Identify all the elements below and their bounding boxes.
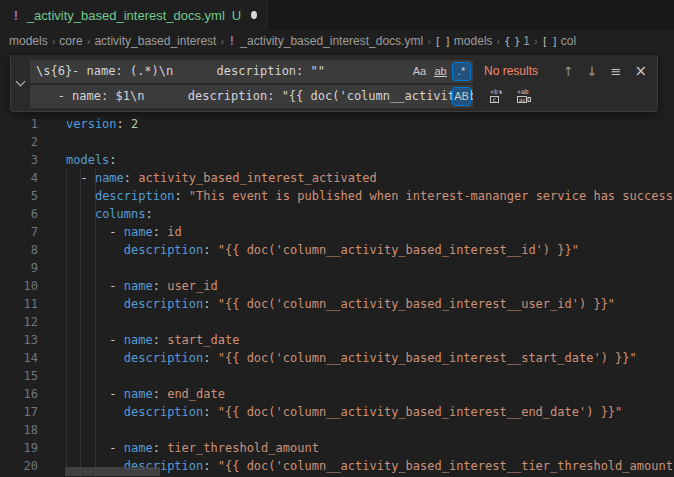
code-line[interactable]: 3models: bbox=[0, 151, 674, 169]
code-line[interactable]: 14 description: "{{ doc('column__activit… bbox=[0, 349, 674, 367]
code-token: - bbox=[66, 279, 124, 293]
code-token: : bbox=[203, 459, 217, 473]
breadcrumb-item[interactable]: core bbox=[59, 34, 82, 48]
replace-all-icon: +ab ac bbox=[516, 88, 532, 104]
code-token: start_date bbox=[167, 333, 239, 347]
code-line[interactable]: 9 bbox=[0, 259, 674, 277]
code-token: user_id bbox=[167, 279, 218, 293]
code-token: : bbox=[153, 441, 167, 455]
replace-button[interactable]: +b c bbox=[488, 88, 504, 104]
breadcrumb-item[interactable]: [ ]col bbox=[542, 34, 576, 48]
tab-bar: ! _activity_based_interest_docs.yml U bbox=[0, 0, 674, 30]
code-line[interactable]: 10 - name: user_id bbox=[0, 277, 674, 295]
breadcrumb-label: activity_based_interest bbox=[94, 34, 216, 48]
code-line[interactable]: 2 bbox=[0, 133, 674, 151]
code-token bbox=[66, 351, 124, 365]
code-token: version bbox=[66, 117, 117, 131]
code-token: : bbox=[203, 297, 217, 311]
replace-all-button[interactable]: +ab ac bbox=[516, 88, 532, 104]
match-case-button[interactable]: Aa bbox=[410, 62, 429, 81]
code-token: : bbox=[203, 405, 217, 419]
chevron-down-icon bbox=[16, 76, 26, 86]
code-token: "{{ doc('column__activity_based_interest… bbox=[218, 405, 623, 419]
regex-button[interactable]: .* bbox=[452, 62, 471, 81]
svg-text:c: c bbox=[493, 96, 497, 104]
replace-value-text: - name: $1\n description: "{{ doc('colum… bbox=[30, 85, 473, 105]
breadcrumb-item[interactable]: !_activity_based_interest_docs.yml bbox=[228, 34, 423, 48]
replace-input[interactable]: - name: $1\n description: "{{ doc('colum… bbox=[30, 85, 473, 108]
line-number: 19 bbox=[0, 439, 38, 457]
code-line[interactable]: 12 bbox=[0, 313, 674, 331]
code-token: - bbox=[66, 441, 124, 455]
editor-pane[interactable]: 1version: 223models:4 - name: activity_b… bbox=[0, 52, 674, 477]
code-line[interactable]: 8 description: "{{ doc('column__activity… bbox=[0, 241, 674, 259]
svg-text:ac: ac bbox=[519, 96, 527, 103]
breadcrumb-item[interactable]: { }1 bbox=[504, 34, 530, 48]
breadcrumb-label: _activity_based_interest_docs.yml bbox=[240, 34, 423, 48]
breadcrumb-separator-icon: › bbox=[427, 35, 431, 47]
preserve-case-button[interactable]: AB bbox=[452, 87, 471, 106]
breadcrumb-separator-icon: › bbox=[87, 35, 91, 47]
code-line[interactable]: 18 bbox=[0, 421, 674, 439]
code-token: : bbox=[153, 387, 167, 401]
tab-active-yaml-file[interactable]: ! _activity_based_interest_docs.yml U bbox=[0, 0, 268, 30]
code-token: - bbox=[66, 333, 124, 347]
line-number: 13 bbox=[0, 331, 38, 349]
code-line[interactable]: 7 - name: id bbox=[0, 223, 674, 241]
breadcrumb-item[interactable]: [ ]models bbox=[435, 34, 493, 48]
code-token: id bbox=[167, 225, 181, 239]
breadcrumb-item[interactable]: models bbox=[9, 34, 48, 48]
code-token: columns bbox=[95, 207, 146, 221]
line-number: 4 bbox=[0, 169, 38, 187]
code-token: name bbox=[124, 225, 153, 239]
breadcrumb-separator-icon: › bbox=[497, 35, 501, 47]
code-line[interactable]: 1version: 2 bbox=[0, 115, 674, 133]
code-token: name bbox=[124, 333, 153, 347]
line-number: 3 bbox=[0, 151, 38, 169]
breadcrumb-label: 1 bbox=[523, 34, 530, 48]
code-token: name bbox=[124, 387, 153, 401]
find-input[interactable]: \s{6}- name: (.*)\n description: "" Aa a… bbox=[30, 60, 473, 83]
breadcrumb-item[interactable]: activity_based_interest bbox=[94, 34, 216, 48]
code-line[interactable]: 6 columns: bbox=[0, 205, 674, 223]
code-token: "This event is published when interest-m… bbox=[189, 189, 673, 203]
code-token: "{{ doc('column__activity_based_interest… bbox=[218, 351, 637, 365]
breadcrumb-separator-icon: › bbox=[52, 35, 56, 47]
horizontal-scrollbar[interactable] bbox=[65, 467, 160, 476]
code-token: description bbox=[95, 189, 174, 203]
code-token: end_date bbox=[167, 387, 225, 401]
code-area[interactable]: 1version: 223models:4 - name: activity_b… bbox=[0, 115, 674, 475]
code-line[interactable]: 15 bbox=[0, 367, 674, 385]
yaml-file-icon: ! bbox=[228, 34, 235, 48]
line-number: 9 bbox=[0, 259, 38, 277]
find-results-status: No results bbox=[484, 64, 538, 78]
git-untracked-badge: U bbox=[232, 8, 241, 23]
code-line[interactable]: 13 - name: start_date bbox=[0, 331, 674, 349]
code-line[interactable]: 16 - name: end_date bbox=[0, 385, 674, 403]
code-token: : bbox=[153, 333, 167, 347]
find-previous-button[interactable]: ↑ bbox=[563, 65, 574, 78]
modified-dot-icon[interactable] bbox=[251, 11, 257, 19]
line-number: 6 bbox=[0, 205, 38, 223]
code-token: "{{ doc('column__activity_based_interest… bbox=[218, 297, 615, 311]
line-number: 2 bbox=[0, 133, 38, 151]
find-next-button[interactable]: ↓ bbox=[587, 65, 598, 78]
toggle-replace-button[interactable] bbox=[11, 55, 30, 111]
tab-filename: _activity_based_interest_docs.yml bbox=[27, 8, 225, 23]
find-in-selection-button[interactable]: ≡ bbox=[611, 65, 622, 78]
code-token: description bbox=[124, 405, 203, 419]
code-token: 2 bbox=[131, 117, 138, 131]
code-line[interactable]: 19 - name: tier_threshold_amount bbox=[0, 439, 674, 457]
yaml-file-icon: ! bbox=[12, 8, 20, 23]
code-line[interactable]: 11 description: "{{ doc('column__activit… bbox=[0, 295, 674, 313]
line-number: 7 bbox=[0, 223, 38, 241]
whole-word-button[interactable]: ab bbox=[431, 62, 450, 81]
code-line[interactable]: 5 description: "This event is published … bbox=[0, 187, 674, 205]
code-token: - bbox=[66, 387, 124, 401]
line-number: 16 bbox=[0, 385, 38, 403]
close-button[interactable]: × bbox=[634, 64, 647, 79]
breadcrumb-separator-icon: › bbox=[534, 35, 538, 47]
code-line[interactable]: 17 description: "{{ doc('column__activit… bbox=[0, 403, 674, 421]
find-query-text: \s{6}- name: (.*)\n description: "" bbox=[30, 60, 473, 80]
code-line[interactable]: 4 - name: activity_based_interest_activa… bbox=[0, 169, 674, 187]
